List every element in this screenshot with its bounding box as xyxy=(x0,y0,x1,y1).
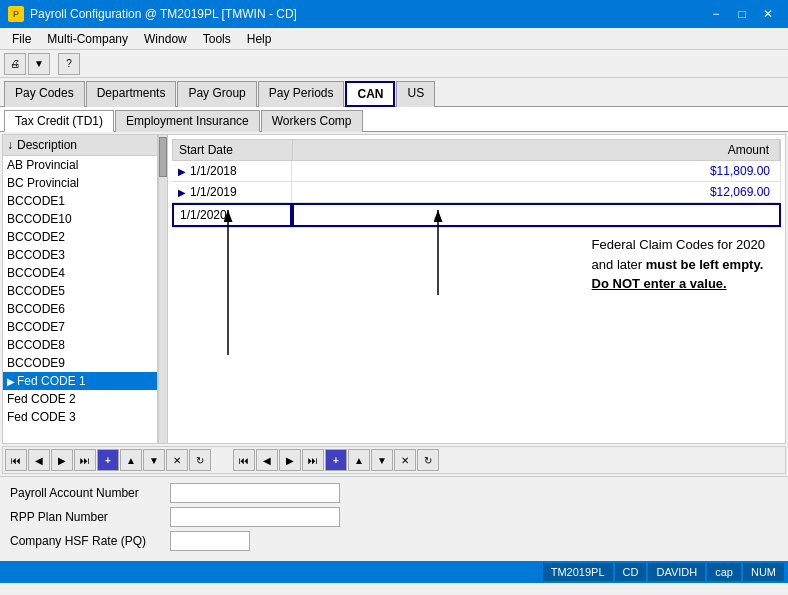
nav-next-left[interactable]: ▶ xyxy=(51,449,73,471)
menu-file[interactable]: File xyxy=(4,30,39,47)
list-item[interactable]: BC Provincial xyxy=(3,174,157,192)
col-start-date: Start Date xyxy=(173,140,293,160)
tab-pay-periods[interactable]: Pay Periods xyxy=(258,81,345,107)
grid-cell-date: 1/1/2020 xyxy=(172,203,292,227)
nav-refresh-left[interactable]: ↻ xyxy=(189,449,211,471)
list-item[interactable]: BCCODE4 xyxy=(3,264,157,282)
tab-departments[interactable]: Departments xyxy=(86,81,177,107)
input-rpp-plan[interactable] xyxy=(170,507,340,527)
grid-row[interactable]: ▶ 1/1/2018$11,809.00 xyxy=(172,161,781,182)
menu-window[interactable]: Window xyxy=(136,30,195,47)
selected-arrow: ▶ xyxy=(7,376,15,387)
sub-tab-employment-insurance[interactable]: Employment Insurance xyxy=(115,110,260,132)
status-davidh: DAVIDH xyxy=(648,563,705,581)
nav-bar: ⏮ ◀ ▶ ⏭ + ▲ ▼ ✕ ↻ ⏮ ◀ ▶ ⏭ + ▲ ▼ ✕ ↻ xyxy=(2,446,786,474)
app-icon: P xyxy=(8,6,24,22)
status-cap: cap xyxy=(707,563,741,581)
grid-row[interactable]: 1/1/2020 xyxy=(172,203,781,228)
nav-delete-right[interactable]: ✕ xyxy=(394,449,416,471)
grid-cell-amount: $12,069.00 xyxy=(292,182,781,202)
close-button[interactable]: ✕ xyxy=(756,4,780,24)
label-rpp-plan: RPP Plan Number xyxy=(10,510,170,524)
nav-add-left[interactable]: + xyxy=(97,449,119,471)
sub-tab-tax-credit[interactable]: Tax Credit (TD1) xyxy=(4,110,114,132)
grid-row[interactable]: ▶ 1/1/2019$12,069.00 xyxy=(172,182,781,203)
nav-first-right[interactable]: ⏮ xyxy=(233,449,255,471)
nav-first-left[interactable]: ⏮ xyxy=(5,449,27,471)
list-header: ↓ Description xyxy=(3,135,157,156)
list-item[interactable]: BCCODE1 xyxy=(3,192,157,210)
nav-up-right[interactable]: ▲ xyxy=(348,449,370,471)
grid-cell-amount xyxy=(292,203,781,227)
input-payroll-account[interactable] xyxy=(170,483,340,503)
grid-body: ▶ 1/1/2018$11,809.00▶ 1/1/2019$12,069.00… xyxy=(172,161,781,228)
grid-cell-date: ▶ 1/1/2019 xyxy=(172,182,292,202)
list-body: AB ProvincialBC ProvincialBCCODE1BCCODE1… xyxy=(3,156,157,443)
menu-bar: File Multi-Company Window Tools Help xyxy=(0,28,788,50)
main-tab-row: Pay Codes Departments Pay Group Pay Peri… xyxy=(0,78,788,107)
list-item[interactable]: BCCODE7 xyxy=(3,318,157,336)
nav-last-left[interactable]: ⏭ xyxy=(74,449,96,471)
list-item[interactable]: ▶ Fed CODE 1 xyxy=(3,372,157,390)
maximize-button[interactable]: □ xyxy=(730,4,754,24)
list-item[interactable]: Fed CODE 2 xyxy=(3,390,157,408)
list-item[interactable]: Fed CODE 3 xyxy=(3,408,157,426)
tab-pay-codes[interactable]: Pay Codes xyxy=(4,81,85,107)
sub-tab-workers-comp[interactable]: Workers Comp xyxy=(261,110,363,132)
form-row-payroll: Payroll Account Number xyxy=(10,483,778,503)
nav-delete-left[interactable]: ✕ xyxy=(166,449,188,471)
annotation-line3: Do NOT enter a value. xyxy=(592,276,727,291)
title-bar: P Payroll Configuration @ TM2019PL [TMWI… xyxy=(0,0,788,28)
minimize-button[interactable]: − xyxy=(704,4,728,24)
tab-us[interactable]: US xyxy=(396,81,435,107)
menu-help[interactable]: Help xyxy=(239,30,280,47)
nav-add-right[interactable]: + xyxy=(325,449,347,471)
col-amount: Amount xyxy=(293,140,780,160)
tab-pay-group[interactable]: Pay Group xyxy=(177,81,256,107)
list-item[interactable]: BCCODE10 xyxy=(3,210,157,228)
menu-multi-company[interactable]: Multi-Company xyxy=(39,30,136,47)
annotation-line2: and later xyxy=(592,257,646,272)
label-payroll-account: Payroll Account Number xyxy=(10,486,170,500)
toolbar: 🖨 ▼ ? xyxy=(0,50,788,78)
annotation-line2-bold: must be left empty. xyxy=(646,257,764,272)
annotation-line1: Federal Claim Codes for 2020 xyxy=(592,237,765,252)
toolbar-btn-2[interactable]: ▼ xyxy=(28,53,50,75)
list-item[interactable]: BCCODE5 xyxy=(3,282,157,300)
nav-refresh-right[interactable]: ↻ xyxy=(417,449,439,471)
nav-down-left[interactable]: ▼ xyxy=(143,449,165,471)
annotation: Federal Claim Codes for 2020 and later m… xyxy=(592,235,765,294)
list-item[interactable]: BCCODE9 xyxy=(3,354,157,372)
nav-next-right[interactable]: ▶ xyxy=(279,449,301,471)
list-item[interactable]: BCCODE6 xyxy=(3,300,157,318)
status-cd: CD xyxy=(615,563,647,581)
nav-prev-left[interactable]: ◀ xyxy=(28,449,50,471)
window-title: Payroll Configuration @ TM2019PL [TMWIN … xyxy=(30,7,297,21)
list-item[interactable]: BCCODE8 xyxy=(3,336,157,354)
form-row-rpp: RPP Plan Number xyxy=(10,507,778,527)
status-bar: TM2019PL CD DAVIDH cap NUM xyxy=(0,561,788,583)
grid-cell-date: ▶ 1/1/2018 xyxy=(172,161,292,181)
sub-tab-row: Tax Credit (TD1) Employment Insurance Wo… xyxy=(0,107,788,132)
grid-cell-amount: $11,809.00 xyxy=(292,161,781,181)
nav-last-right[interactable]: ⏭ xyxy=(302,449,324,471)
status-tm2019pl: TM2019PL xyxy=(543,563,613,581)
nav-up-left[interactable]: ▲ xyxy=(120,449,142,471)
nav-prev-right[interactable]: ◀ xyxy=(256,449,278,471)
form-row-hsf: Company HSF Rate (PQ) xyxy=(10,531,778,551)
grid-header: Start Date Amount xyxy=(172,139,781,161)
menu-tools[interactable]: Tools xyxy=(195,30,239,47)
list-item[interactable]: BCCODE2 xyxy=(3,228,157,246)
bottom-form: Payroll Account Number RPP Plan Number C… xyxy=(0,476,788,561)
list-item[interactable]: BCCODE3 xyxy=(3,246,157,264)
nav-down-right[interactable]: ▼ xyxy=(371,449,393,471)
toolbar-help-btn[interactable]: ? xyxy=(58,53,80,75)
input-hsf-rate[interactable] xyxy=(170,531,250,551)
list-header-label: Description xyxy=(17,138,77,152)
left-panel: ↓ Description AB ProvincialBC Provincial… xyxy=(3,135,158,443)
label-hsf-rate: Company HSF Rate (PQ) xyxy=(10,534,170,548)
tab-can[interactable]: CAN xyxy=(345,81,395,107)
list-item[interactable]: AB Provincial xyxy=(3,156,157,174)
status-num: NUM xyxy=(743,563,784,581)
toolbar-btn-1[interactable]: 🖨 xyxy=(4,53,26,75)
